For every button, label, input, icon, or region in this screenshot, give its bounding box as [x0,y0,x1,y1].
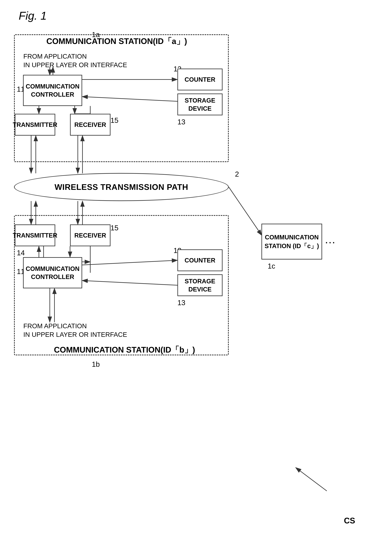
station-c-box: COMMUNICATIONSTATION (ID「c」) [261,224,322,259]
transmitter-top: TRANSMITTER [15,114,55,136]
svg-line-27 [229,187,262,235]
from-app-label-top: FROM APPLICATIONIN UPPER LAYER OR INTERF… [23,52,127,69]
label-15-top: 15 [111,116,118,124]
label-15-bottom: 15 [111,224,118,232]
label-cs: CS [344,516,355,525]
label-1b: 1b [92,360,100,368]
figure-title: Fig. 1 [19,9,47,22]
receiver-bottom: RECEIVER [70,225,111,246]
storage-bottom: STORAGEDEVICE [177,274,223,296]
station-b-id-label: COMMUNICATION STATION(ID「b」) [20,345,229,355]
station-a-id-label: COMMUNICATION STATION(ID「a」) [20,36,213,47]
label-13-bottom: 13 [177,298,185,307]
from-app-label-bottom: FROM APPLICATIONIN UPPER LAYER OR INTERF… [23,322,127,339]
storage-top: STORAGEDEVICE [177,94,223,115]
label-2: 2 [235,170,239,178]
label-13-top: 13 [177,118,185,126]
comm-controller-bottom: COMMUNICATIONCONTROLLER [23,257,82,288]
label-1c: 1c [268,262,275,270]
svg-line-28 [296,468,327,491]
counter-bottom: COUNTER [177,249,223,271]
counter-top: COUNTER [177,69,223,90]
comm-controller-top: COMMUNICATION CONTROLLER [23,75,82,106]
label-14-bottom: 14 [17,249,25,257]
receiver-top: RECEIVER [70,114,111,136]
wireless-path-label: WIRELESS TRANSMISSION PATH [55,182,188,192]
continuation-dots: … [324,233,336,246]
wireless-transmission-path: WIRELESS TRANSMISSION PATH [14,173,229,201]
transmitter-bottom: TRANSMITTER [15,225,55,246]
